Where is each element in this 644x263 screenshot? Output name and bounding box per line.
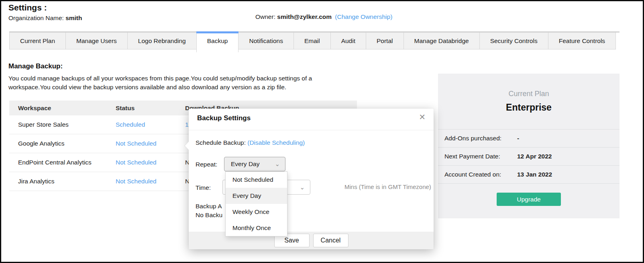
workspace-name: EndPoint Central Analytics bbox=[9, 159, 116, 166]
account-created-label: Account Created on: bbox=[444, 171, 517, 178]
manage-backup-heading: Manage Backup: bbox=[8, 62, 63, 70]
current-plan-panel: Current Plan Enterprise Add-Ons purchase… bbox=[438, 74, 620, 218]
chevron-down-icon: ⌄ bbox=[275, 157, 280, 171]
status-link[interactable]: Not Scheduled bbox=[116, 159, 157, 166]
tab-backup[interactable]: Backup bbox=[196, 33, 239, 52]
tab-portal[interactable]: Portal bbox=[366, 33, 404, 49]
tab-current-plan[interactable]: Current Plan bbox=[9, 33, 66, 49]
page-title: Settings : bbox=[8, 3, 47, 12]
organization-name-label: Organization Name: bbox=[8, 14, 64, 21]
description-line-2: workspace.You could view the backup vers… bbox=[8, 83, 312, 92]
modal-title: Backup Settings bbox=[197, 114, 251, 122]
change-ownership-link[interactable]: (Change Ownership) bbox=[335, 13, 392, 20]
download-backup-link[interactable]: 1 bbox=[185, 121, 189, 128]
current-plan-heading: Current Plan bbox=[438, 90, 620, 98]
owner-info: Owner: smith@zylker.com (Change Ownershi… bbox=[255, 13, 392, 21]
tab-notifications[interactable]: Notifications bbox=[238, 33, 293, 49]
dropdown-option-not-scheduled[interactable]: Not Scheduled bbox=[226, 172, 287, 188]
workspace-name: Super Store Sales bbox=[9, 121, 116, 128]
owner-email: smith@zylker.com bbox=[277, 13, 332, 20]
schedule-backup-line: Schedule Backup: (Disable Scheduling) bbox=[196, 139, 305, 146]
settings-tab-strip: Current Plan Manage Users Logo Rebrandin… bbox=[9, 31, 620, 52]
chevron-down-icon: ⌄ bbox=[300, 180, 305, 194]
tab-logo-rebranding[interactable]: Logo Rebranding bbox=[127, 33, 197, 49]
owner-label: Owner: bbox=[255, 13, 275, 20]
organization-name-value: smith bbox=[65, 14, 82, 21]
disable-scheduling-link[interactable]: (Disable Scheduling) bbox=[247, 139, 305, 146]
schedule-backup-label: Schedule Backup: bbox=[196, 139, 247, 146]
repeat-select[interactable]: Every Day ⌄ bbox=[224, 157, 285, 171]
status-link[interactable]: Scheduled bbox=[116, 121, 145, 128]
manage-backup-description: You could manage backups of all your wor… bbox=[8, 74, 312, 91]
tab-audit[interactable]: Audit bbox=[330, 33, 366, 49]
backup-availability-text: Backup A bbox=[196, 203, 222, 210]
dropdown-option-monthly-once[interactable]: Monthly Once bbox=[226, 220, 287, 236]
plan-row-next-payment: Next Payment Date: 12 Apr 2022 bbox=[438, 148, 620, 166]
tab-feature-controls[interactable]: Feature Controls bbox=[548, 33, 616, 49]
addons-value: - bbox=[517, 135, 519, 142]
modal-divider bbox=[189, 130, 434, 130]
account-created-value: 13 Jan 2022 bbox=[517, 171, 552, 178]
addons-label: Add-Ons purchased: bbox=[444, 135, 517, 142]
description-line-1: You could manage backups of all your wor… bbox=[8, 74, 312, 83]
time-label: Time: bbox=[196, 184, 211, 191]
repeat-label: Repeat: bbox=[196, 161, 217, 168]
repeat-select-value: Every Day bbox=[231, 160, 260, 167]
tab-security-controls[interactable]: Security Controls bbox=[479, 33, 548, 49]
tab-manage-users[interactable]: Manage Users bbox=[65, 33, 128, 49]
settings-page: { "colors":{ "accent_blue":"#6aa4f8", "l… bbox=[0, 0, 644, 263]
workspace-name: Google Analytics bbox=[9, 140, 116, 147]
timezone-note: Mins (Time is in GMT Timezone) bbox=[344, 183, 431, 190]
tab-manage-databridge[interactable]: Manage Databridge bbox=[404, 33, 480, 49]
column-header-workspace: Workspace bbox=[9, 105, 116, 112]
next-payment-label: Next Payment Date: bbox=[444, 153, 517, 160]
status-link[interactable]: Not Scheduled bbox=[116, 140, 157, 147]
backup-settings-modal: Backup Settings ✕ Schedule Backup: (Disa… bbox=[189, 109, 434, 249]
plan-row-addons: Add-Ons purchased: - bbox=[438, 129, 620, 148]
tab-email[interactable]: Email bbox=[293, 33, 331, 49]
column-header-status: Status bbox=[116, 105, 185, 112]
plan-details: Add-Ons purchased: - Next Payment Date: … bbox=[438, 129, 620, 184]
repeat-dropdown-list: Not Scheduled Every Day Weekly Once Mont… bbox=[225, 171, 287, 236]
plan-row-account-created: Account Created on: 13 Jan 2022 bbox=[438, 166, 620, 184]
close-icon[interactable]: ✕ bbox=[419, 113, 426, 121]
next-payment-value: 12 Apr 2022 bbox=[517, 153, 552, 160]
workspace-name: Jira Analytics bbox=[9, 178, 116, 185]
plan-name: Enterprise bbox=[438, 102, 620, 113]
dropdown-option-every-day[interactable]: Every Day bbox=[226, 188, 287, 204]
cancel-button[interactable]: Cancel bbox=[313, 234, 348, 247]
organization-name: Organization Name: smith bbox=[8, 14, 82, 22]
status-link[interactable]: Not Scheduled bbox=[116, 178, 157, 185]
upgrade-button[interactable]: Upgrade bbox=[497, 193, 561, 206]
no-backup-text: No Backu bbox=[196, 212, 222, 219]
dropdown-option-weekly-once[interactable]: Weekly Once bbox=[226, 204, 287, 220]
